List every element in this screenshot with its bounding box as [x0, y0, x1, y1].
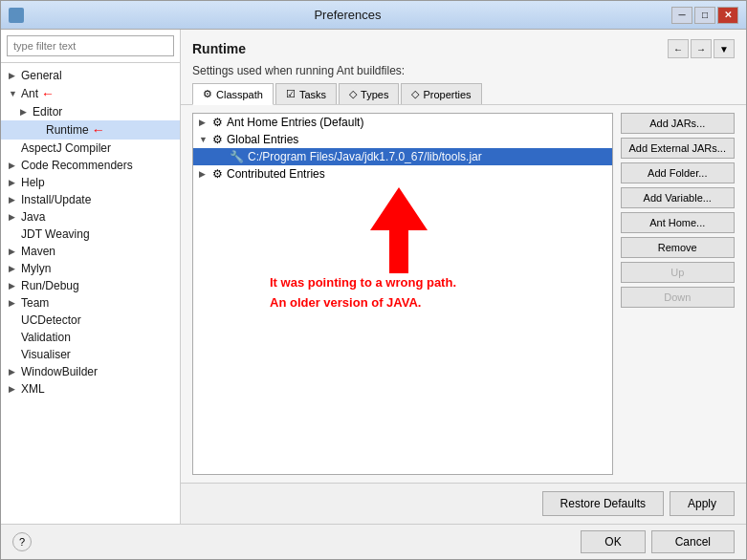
sidebar-item-editor[interactable]: Editor	[1, 103, 180, 120]
svg-marker-0	[370, 187, 428, 273]
filter-input[interactable]	[7, 35, 174, 56]
maximize-button[interactable]: □	[694, 7, 715, 24]
add-jars-button[interactable]: Add JARs...	[621, 113, 736, 134]
apply-button[interactable]: Apply	[670, 491, 735, 516]
title-bar: Preferences ─ □ ✕	[1, 1, 746, 30]
arrow-icon	[9, 89, 18, 98]
window-controls: ─ □ ✕	[671, 7, 738, 24]
contributed-icon: ⚙	[212, 167, 223, 181]
classpath-row-contributed[interactable]: ⚙ Contributed Entries	[193, 165, 612, 183]
main-header: Runtime ← → ▼	[181, 30, 746, 64]
tab-types[interactable]: ◇ Types	[339, 83, 399, 104]
ok-button[interactable]: OK	[581, 530, 645, 553]
global-icon: ⚙	[212, 133, 223, 146]
sidebar-item-aspectj[interactable]: AspectJ Compiler	[1, 140, 180, 157]
arrow-icon	[9, 264, 18, 273]
preferences-window: Preferences ─ □ ✕ General Ant ←	[0, 0, 747, 560]
classpath-row-tools-jar[interactable]: 🔧 C:/Program Files/Java/jdk1.7.0_67/lib/…	[193, 148, 612, 165]
tasks-icon: ☑	[286, 88, 296, 100]
sidebar-item-ant[interactable]: Ant ←	[1, 84, 180, 103]
sidebar-item-ucdetector[interactable]: UCDetector	[1, 312, 180, 329]
remove-button[interactable]: Remove	[621, 237, 736, 258]
footer-bar: ? OK Cancel	[1, 524, 746, 559]
sidebar: General Ant ← Editor Runtime ←	[1, 30, 181, 524]
tab-classpath[interactable]: ⚙ Classpath	[192, 83, 274, 105]
back-button[interactable]: ←	[668, 39, 689, 58]
arrow-icon	[199, 135, 209, 144]
window-icon	[9, 8, 24, 23]
up-button[interactable]: Up	[621, 262, 736, 283]
arrow-icon	[20, 107, 30, 117]
down-button[interactable]: Down	[621, 287, 736, 308]
page-title: Runtime	[192, 41, 246, 56]
restore-defaults-button[interactable]: Restore Defaults	[542, 491, 664, 516]
nav-buttons: ← → ▼	[668, 39, 735, 58]
main-panel: Runtime ← → ▼ Settings used when running…	[181, 30, 746, 524]
sidebar-item-validation[interactable]: Validation	[1, 329, 180, 346]
arrow-icon	[9, 384, 18, 394]
forward-button[interactable]: →	[691, 39, 712, 58]
sidebar-item-java[interactable]: Java	[1, 208, 180, 226]
sidebar-item-windowbuilder[interactable]: WindowBuilder	[1, 363, 180, 380]
sidebar-item-code-recommenders[interactable]: Code Recommenders	[1, 157, 180, 174]
ant-home-button[interactable]: Ant Home...	[621, 212, 736, 233]
arrow-icon	[9, 281, 18, 291]
settings-label: Settings used when running Ant buildfile…	[181, 64, 746, 83]
tab-properties[interactable]: ◇ Properties	[401, 83, 481, 104]
arrow-icon	[9, 247, 18, 256]
cancel-button[interactable]: Cancel	[651, 530, 735, 553]
sidebar-item-team[interactable]: Team	[1, 294, 180, 312]
tools-jar-icon: 🔧	[230, 150, 244, 163]
sidebar-item-xml[interactable]: XML	[1, 380, 180, 398]
sidebar-item-help[interactable]: Help	[1, 174, 180, 191]
filter-box	[1, 30, 180, 63]
sidebar-item-install[interactable]: Install/Update	[1, 191, 180, 208]
classpath-row-ant-home[interactable]: ⚙ Ant Home Entries (Default)	[193, 114, 612, 131]
classpath-area: ⚙ Ant Home Entries (Default) ⚙ Global En…	[181, 113, 746, 483]
red-arrow-runtime: ←	[92, 122, 105, 138]
sidebar-tree: General Ant ← Editor Runtime ←	[1, 63, 180, 524]
classpath-buttons: Add JARs... Add External JARs... Add Fol…	[621, 113, 736, 475]
red-big-arrow-svg	[365, 187, 432, 273]
close-button[interactable]: ✕	[717, 7, 738, 24]
add-folder-button[interactable]: Add Folder...	[621, 162, 736, 183]
footer-buttons: OK Cancel	[581, 530, 735, 553]
sidebar-item-maven[interactable]: Maven	[1, 243, 180, 260]
window-title: Preferences	[24, 8, 671, 22]
annotation-area: It was pointing to a wrong path. An olde…	[193, 183, 612, 335]
add-variable-button[interactable]: Add Variable...	[621, 187, 736, 208]
arrow-icon	[9, 161, 18, 170]
red-arrow-ant: ←	[41, 86, 55, 101]
minimize-button[interactable]: ─	[671, 7, 692, 24]
classpath-icon: ⚙	[203, 88, 212, 100]
arrow-icon	[9, 212, 18, 222]
tabs-bar: ⚙ Classpath ☑ Tasks ◇ Types ◇ Properties	[181, 83, 746, 105]
sidebar-item-rundebug[interactable]: Run/Debug	[1, 277, 180, 294]
types-icon: ◇	[349, 88, 357, 100]
sidebar-item-jdt[interactable]: JDT Weaving	[1, 226, 180, 243]
content-area: General Ant ← Editor Runtime ←	[1, 30, 746, 524]
help-button[interactable]: ?	[12, 532, 32, 551]
properties-icon: ◇	[411, 88, 419, 100]
sidebar-item-general[interactable]: General	[1, 67, 180, 84]
tab-tasks[interactable]: ☑ Tasks	[275, 83, 337, 104]
arrow-icon	[9, 367, 18, 377]
sidebar-item-visualiser[interactable]: Visualiser	[1, 346, 180, 363]
dropdown-button[interactable]: ▼	[714, 39, 735, 58]
arrow-icon	[199, 118, 209, 127]
add-external-jars-button[interactable]: Add External JARs...	[621, 138, 736, 159]
annotation-text: It was pointing to a wrong path. An olde…	[270, 273, 456, 313]
arrow-icon	[199, 169, 209, 179]
bottom-bar: Restore Defaults Apply	[181, 483, 746, 524]
sidebar-item-runtime[interactable]: Runtime ←	[1, 120, 180, 140]
classpath-row-global[interactable]: ⚙ Global Entries	[193, 131, 612, 148]
ant-home-icon: ⚙	[212, 116, 223, 129]
sidebar-item-mylyn[interactable]: Mylyn	[1, 260, 180, 277]
arrow-icon	[9, 178, 18, 187]
arrow-icon	[9, 195, 18, 205]
arrow-icon	[9, 71, 18, 80]
arrow-icon	[9, 298, 18, 308]
classpath-tree[interactable]: ⚙ Ant Home Entries (Default) ⚙ Global En…	[192, 113, 613, 475]
